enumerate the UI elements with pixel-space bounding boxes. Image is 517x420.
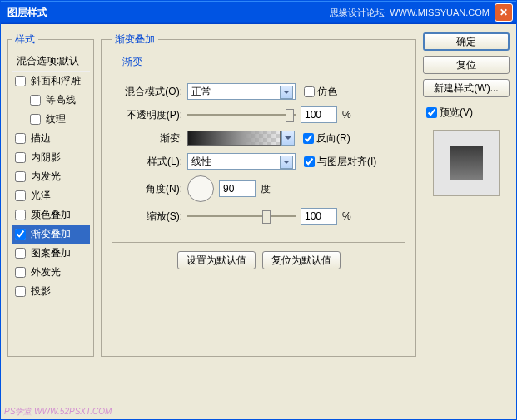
style-item-10[interactable]: 外发光 — [12, 263, 90, 282]
gradient-group: 渐变 混合模式(O): 正常 仿色 不透明度(P): 100 % 渐变: — [112, 55, 405, 243]
style-label: 样式(L): — [119, 155, 187, 169]
preview-gradient — [450, 146, 483, 180]
reverse-checkbox[interactable]: 反向(R) — [303, 131, 350, 146]
gradient-label: 渐变: — [119, 131, 187, 146]
scale-input[interactable]: 100 — [301, 208, 337, 225]
style-checkbox[interactable] — [15, 190, 26, 201]
style-checkbox[interactable] — [15, 171, 26, 182]
style-label: 内发光 — [31, 170, 61, 184]
style-label: 内阴影 — [31, 151, 61, 165]
style-item-3[interactable]: 描边 — [12, 129, 90, 148]
style-item-9[interactable]: 图案叠加 — [12, 244, 90, 263]
set-default-button[interactable]: 设置为默认值 — [177, 251, 256, 269]
style-label: 颜色叠加 — [31, 208, 71, 222]
style-item-8[interactable]: 渐变叠加 — [12, 225, 90, 244]
style-item-7[interactable]: 颜色叠加 — [12, 205, 90, 225]
reset-default-button[interactable]: 复位为默认值 — [262, 251, 341, 269]
style-checkbox[interactable] — [30, 114, 41, 125]
forum-text: 思缘设计论坛 — [330, 7, 385, 19]
style-item-4[interactable]: 内阴影 — [12, 148, 90, 167]
reset-button[interactable]: 复位 — [423, 56, 510, 74]
style-checkbox[interactable] — [15, 286, 26, 297]
style-label: 描边 — [31, 131, 51, 146]
gradient-group-label: 渐变 — [119, 55, 146, 69]
style-checkbox[interactable] — [30, 95, 41, 106]
style-label: 光泽 — [31, 189, 51, 203]
close-button[interactable]: ✕ — [495, 3, 513, 22]
style-label: 渐变叠加 — [31, 227, 71, 241]
opacity-slider[interactable] — [187, 107, 296, 122]
style-checkbox[interactable] — [15, 133, 26, 144]
scale-slider[interactable] — [187, 209, 296, 224]
blend-mode-label: 混合模式(O): — [119, 85, 187, 99]
gradient-dropdown[interactable] — [281, 131, 295, 146]
gradient-swatch[interactable] — [187, 131, 281, 146]
style-label: 图案叠加 — [31, 246, 71, 260]
style-checkbox[interactable] — [15, 76, 26, 86]
layer-style-dialog: 图层样式 思缘设计论坛 WWW.MISSYUAN.COM ✕ 样式 混合选项:默… — [0, 0, 517, 420]
styles-list: 样式 混合选项:默认 斜面和浮雕等高线纹理描边内阴影内发光光泽颜色叠加渐变叠加图… — [7, 32, 94, 357]
preview-box — [433, 130, 500, 196]
scale-label: 缩放(S): — [119, 210, 187, 224]
opacity-label: 不透明度(P): — [119, 108, 187, 122]
style-item-2[interactable]: 纹理 — [12, 110, 90, 129]
styles-heading: 样式 — [12, 32, 38, 47]
new-style-button[interactable]: 新建样式(W)... — [423, 79, 510, 97]
style-item-0[interactable]: 斜面和浮雕 — [12, 72, 90, 91]
angle-input[interactable]: 90 — [219, 180, 256, 197]
blend-options-default[interactable]: 混合选项:默认 — [12, 52, 90, 72]
style-checkbox[interactable] — [15, 248, 26, 259]
panel-title: 渐变叠加 — [112, 32, 158, 47]
style-item-1[interactable]: 等高线 — [12, 91, 90, 110]
style-label: 纹理 — [46, 112, 66, 126]
opacity-input[interactable]: 100 — [301, 106, 337, 123]
blend-mode-select[interactable]: 正常 — [187, 83, 296, 100]
angle-label: 角度(N): — [119, 182, 187, 196]
titlebar: 图层样式 思缘设计论坛 WWW.MISSYUAN.COM ✕ — [1, 1, 516, 24]
style-select[interactable]: 线性 — [187, 153, 296, 170]
style-checkbox[interactable] — [15, 210, 26, 220]
ok-button[interactable]: 确定 — [423, 32, 510, 51]
angle-dial[interactable] — [187, 175, 214, 202]
dither-checkbox[interactable]: 仿色 — [304, 85, 337, 99]
style-label: 斜面和浮雕 — [31, 74, 81, 88]
style-checkbox[interactable] — [15, 229, 26, 240]
window-title: 图层样式 — [4, 6, 330, 20]
style-item-5[interactable]: 内发光 — [12, 167, 90, 186]
style-label: 外发光 — [31, 265, 61, 279]
style-checkbox[interactable] — [15, 267, 26, 278]
style-checkbox[interactable] — [15, 152, 26, 163]
forum-url: WWW.MISSYUAN.COM — [390, 7, 490, 17]
style-label: 投影 — [31, 284, 51, 299]
style-label: 等高线 — [46, 93, 76, 107]
style-item-11[interactable]: 投影 — [12, 282, 90, 301]
watermark: PS学堂 WWW.52PSXT.COM — [4, 406, 112, 418]
style-item-6[interactable]: 光泽 — [12, 186, 90, 205]
gradient-overlay-panel: 渐变叠加 渐变 混合模式(O): 正常 仿色 不透明度(P): 100 % — [101, 32, 416, 357]
preview-checkbox[interactable]: 预览(V) — [426, 106, 510, 120]
align-checkbox[interactable]: 与图层对齐(I) — [304, 155, 376, 169]
